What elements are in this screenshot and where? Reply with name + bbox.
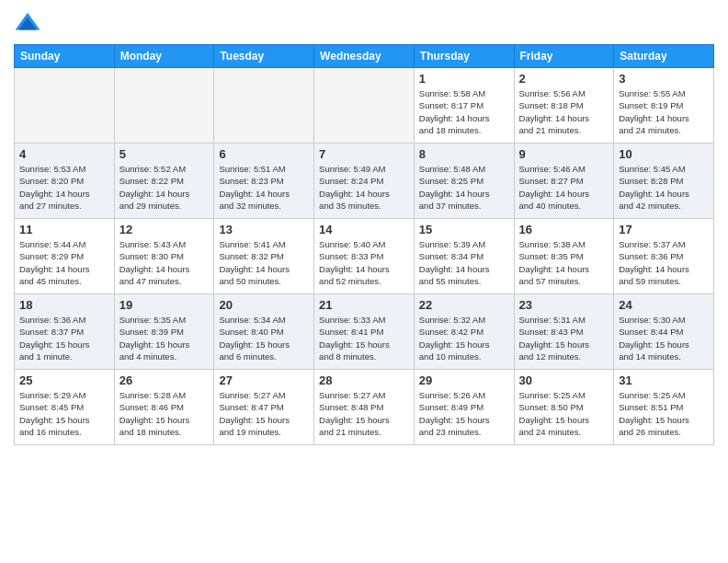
day-cell: 12Sunrise: 5:43 AM Sunset: 8:30 PM Dayli… — [114, 219, 214, 294]
day-info: Sunrise: 5:25 AM Sunset: 8:50 PM Dayligh… — [519, 389, 609, 438]
day-header-thursday: Thursday — [414, 45, 514, 68]
day-cell: 1Sunrise: 5:58 AM Sunset: 8:17 PM Daylig… — [414, 68, 514, 144]
day-cell: 27Sunrise: 5:27 AM Sunset: 8:47 PM Dayli… — [214, 370, 314, 445]
day-cell: 23Sunrise: 5:31 AM Sunset: 8:43 PM Dayli… — [514, 294, 614, 370]
day-number: 31 — [619, 373, 709, 387]
day-cell: 13Sunrise: 5:41 AM Sunset: 8:32 PM Dayli… — [214, 219, 314, 294]
day-info: Sunrise: 5:25 AM Sunset: 8:51 PM Dayligh… — [619, 389, 709, 438]
day-number: 22 — [419, 298, 509, 312]
week-row-2: 4Sunrise: 5:53 AM Sunset: 8:20 PM Daylig… — [15, 144, 714, 219]
day-cell: 10Sunrise: 5:45 AM Sunset: 8:28 PM Dayli… — [614, 144, 714, 219]
day-header-saturday: Saturday — [614, 45, 714, 68]
day-number: 9 — [519, 147, 609, 161]
day-number: 17 — [619, 223, 709, 236]
day-info: Sunrise: 5:30 AM Sunset: 8:44 PM Dayligh… — [619, 314, 709, 362]
day-info: Sunrise: 5:49 AM Sunset: 8:24 PM Dayligh… — [319, 163, 409, 212]
day-number: 27 — [219, 373, 309, 387]
day-number: 8 — [419, 147, 509, 161]
day-number: 13 — [219, 223, 309, 236]
day-cell: 8Sunrise: 5:48 AM Sunset: 8:25 PM Daylig… — [414, 144, 514, 219]
day-number: 15 — [419, 223, 509, 236]
day-cell: 22Sunrise: 5:32 AM Sunset: 8:42 PM Dayli… — [414, 294, 514, 370]
day-info: Sunrise: 5:48 AM Sunset: 8:25 PM Dayligh… — [419, 163, 509, 212]
day-cell: 17Sunrise: 5:37 AM Sunset: 8:36 PM Dayli… — [614, 219, 714, 294]
week-row-3: 11Sunrise: 5:44 AM Sunset: 8:29 PM Dayli… — [15, 219, 714, 294]
day-number: 11 — [19, 223, 109, 236]
day-cell: 16Sunrise: 5:38 AM Sunset: 8:35 PM Dayli… — [514, 219, 614, 294]
day-header-monday: Monday — [114, 45, 214, 68]
calendar-table: SundayMondayTuesdayWednesdayThursdayFrid… — [14, 44, 714, 445]
day-info: Sunrise: 5:55 AM Sunset: 8:19 PM Dayligh… — [619, 87, 709, 136]
day-info: Sunrise: 5:39 AM Sunset: 8:34 PM Dayligh… — [419, 238, 509, 287]
day-cell: 28Sunrise: 5:27 AM Sunset: 8:48 PM Dayli… — [314, 370, 415, 445]
day-info: Sunrise: 5:41 AM Sunset: 8:32 PM Dayligh… — [219, 238, 309, 287]
day-cell: 25Sunrise: 5:29 AM Sunset: 8:45 PM Dayli… — [15, 370, 115, 445]
day-number: 14 — [319, 223, 409, 236]
day-header-wednesday: Wednesday — [314, 45, 415, 68]
day-number: 12 — [119, 223, 210, 236]
day-number: 3 — [619, 72, 709, 86]
day-info: Sunrise: 5:34 AM Sunset: 8:40 PM Dayligh… — [219, 314, 309, 362]
day-info: Sunrise: 5:43 AM Sunset: 8:30 PM Dayligh… — [119, 238, 210, 287]
day-cell: 18Sunrise: 5:36 AM Sunset: 8:37 PM Dayli… — [15, 294, 115, 370]
week-row-1: 1Sunrise: 5:58 AM Sunset: 8:17 PM Daylig… — [15, 68, 714, 144]
day-number: 16 — [519, 223, 609, 236]
day-number: 4 — [19, 147, 109, 161]
day-number: 19 — [119, 298, 210, 312]
day-header-sunday: Sunday — [15, 45, 115, 68]
day-number: 5 — [119, 147, 210, 161]
day-number: 29 — [419, 373, 509, 387]
day-info: Sunrise: 5:40 AM Sunset: 8:33 PM Dayligh… — [319, 238, 409, 287]
day-info: Sunrise: 5:33 AM Sunset: 8:41 PM Dayligh… — [319, 314, 409, 362]
day-info: Sunrise: 5:31 AM Sunset: 8:43 PM Dayligh… — [519, 314, 609, 362]
day-number: 24 — [619, 298, 709, 312]
week-row-5: 25Sunrise: 5:29 AM Sunset: 8:45 PM Dayli… — [15, 370, 714, 445]
day-cell: 14Sunrise: 5:40 AM Sunset: 8:33 PM Dayli… — [314, 219, 415, 294]
calendar-header: SundayMondayTuesdayWednesdayThursdayFrid… — [15, 45, 714, 68]
day-info: Sunrise: 5:27 AM Sunset: 8:48 PM Dayligh… — [319, 389, 409, 438]
day-cell: 24Sunrise: 5:30 AM Sunset: 8:44 PM Dayli… — [614, 294, 714, 370]
day-cell: 26Sunrise: 5:28 AM Sunset: 8:46 PM Dayli… — [114, 370, 214, 445]
day-number: 10 — [619, 147, 709, 161]
day-info: Sunrise: 5:56 AM Sunset: 8:18 PM Dayligh… — [519, 87, 609, 136]
day-cell — [15, 68, 115, 144]
day-cell: 7Sunrise: 5:49 AM Sunset: 8:24 PM Daylig… — [314, 144, 415, 219]
calendar-body: 1Sunrise: 5:58 AM Sunset: 8:17 PM Daylig… — [15, 68, 714, 445]
day-cell: 19Sunrise: 5:35 AM Sunset: 8:39 PM Dayli… — [114, 294, 214, 370]
day-number: 23 — [519, 298, 609, 312]
day-header-tuesday: Tuesday — [214, 45, 314, 68]
day-cell: 30Sunrise: 5:25 AM Sunset: 8:50 PM Dayli… — [514, 370, 614, 445]
day-number: 30 — [519, 373, 609, 387]
day-cell: 5Sunrise: 5:52 AM Sunset: 8:22 PM Daylig… — [114, 144, 214, 219]
day-cell: 4Sunrise: 5:53 AM Sunset: 8:20 PM Daylig… — [15, 144, 115, 219]
day-number: 25 — [19, 373, 109, 387]
day-cell: 21Sunrise: 5:33 AM Sunset: 8:41 PM Dayli… — [314, 294, 415, 370]
day-info: Sunrise: 5:44 AM Sunset: 8:29 PM Dayligh… — [19, 238, 109, 287]
day-cell: 11Sunrise: 5:44 AM Sunset: 8:29 PM Dayli… — [15, 219, 115, 294]
day-info: Sunrise: 5:45 AM Sunset: 8:28 PM Dayligh… — [619, 163, 709, 212]
day-number: 1 — [419, 72, 509, 86]
week-row-4: 18Sunrise: 5:36 AM Sunset: 8:37 PM Dayli… — [15, 294, 714, 370]
day-info: Sunrise: 5:26 AM Sunset: 8:49 PM Dayligh… — [419, 389, 509, 438]
header — [14, 9, 714, 37]
day-info: Sunrise: 5:36 AM Sunset: 8:37 PM Dayligh… — [19, 314, 109, 362]
day-cell: 31Sunrise: 5:25 AM Sunset: 8:51 PM Dayli… — [614, 370, 714, 445]
day-info: Sunrise: 5:52 AM Sunset: 8:22 PM Dayligh… — [119, 163, 210, 212]
day-header-friday: Friday — [514, 45, 614, 68]
day-cell: 15Sunrise: 5:39 AM Sunset: 8:34 PM Dayli… — [414, 219, 514, 294]
day-cell — [214, 68, 314, 144]
day-cell: 2Sunrise: 5:56 AM Sunset: 8:18 PM Daylig… — [514, 68, 614, 144]
day-number: 28 — [319, 373, 409, 387]
day-cell: 3Sunrise: 5:55 AM Sunset: 8:19 PM Daylig… — [614, 68, 714, 144]
logo — [14, 9, 45, 37]
day-info: Sunrise: 5:51 AM Sunset: 8:23 PM Dayligh… — [219, 163, 309, 212]
day-info: Sunrise: 5:32 AM Sunset: 8:42 PM Dayligh… — [419, 314, 509, 362]
day-cell: 9Sunrise: 5:46 AM Sunset: 8:27 PM Daylig… — [514, 144, 614, 219]
day-headers-row: SundayMondayTuesdayWednesdayThursdayFrid… — [15, 45, 714, 68]
day-info: Sunrise: 5:29 AM Sunset: 8:45 PM Dayligh… — [19, 389, 109, 438]
day-number: 20 — [219, 298, 309, 312]
day-info: Sunrise: 5:37 AM Sunset: 8:36 PM Dayligh… — [619, 238, 709, 287]
logo-icon — [14, 9, 41, 37]
day-number: 2 — [519, 72, 609, 86]
day-cell — [314, 68, 415, 144]
